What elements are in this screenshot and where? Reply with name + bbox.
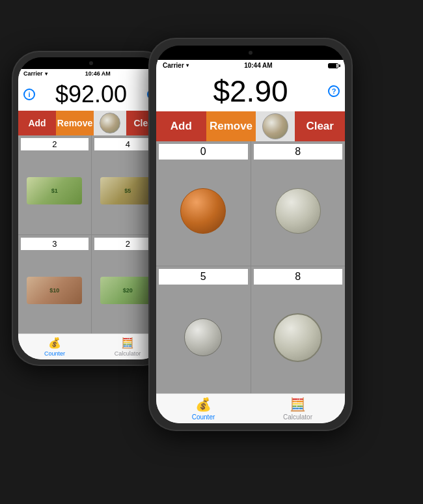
image-0-large xyxy=(159,160,248,263)
phone-small-top xyxy=(18,57,164,69)
tab-counter-small[interactable]: 💰 Counter xyxy=(18,334,91,359)
amount-text-small: $92.00 xyxy=(55,81,127,107)
grid-cell-0-small[interactable]: 2 $1 xyxy=(18,135,91,234)
action-bar-large: Add Remove Clear xyxy=(156,111,345,141)
penny-large xyxy=(180,188,226,234)
quarter-large xyxy=(273,313,322,362)
tab-counter-label-large: Counter xyxy=(192,413,215,421)
battery-large xyxy=(328,63,338,68)
wifi-icon-large: ▾ xyxy=(186,63,189,68)
add-button-large[interactable]: Add xyxy=(156,111,206,141)
bill-10-label-small: $10 xyxy=(49,287,59,294)
coin-selector-large[interactable] xyxy=(256,111,295,141)
count-1-large: 8 xyxy=(254,144,343,160)
counter-icon-large: 💰 xyxy=(195,397,212,412)
image-1-large xyxy=(254,160,343,263)
tab-bar-small: 💰 Counter 🧮 Calculator xyxy=(18,333,164,359)
status-bar-large: Carrier ▾ 10:44 AM xyxy=(156,60,345,71)
info-icon-small[interactable]: i xyxy=(23,89,35,100)
status-left-small: Carrier ▾ xyxy=(23,70,48,77)
count-3-large: 8 xyxy=(254,269,343,285)
clear-button-large[interactable]: Clear xyxy=(295,111,345,141)
calculator-icon-small: 🧮 xyxy=(121,337,134,349)
time-large: 10:44 AM xyxy=(244,62,273,69)
tab-calculator-label-small: Calculator xyxy=(115,350,141,357)
phone-large-top xyxy=(156,46,345,60)
status-left-large: Carrier ▾ xyxy=(163,62,189,69)
tab-counter-label-small: Counter xyxy=(44,350,65,357)
count-2-large: 5 xyxy=(159,269,248,285)
amount-display-large: ? $2.90 xyxy=(156,71,345,111)
bill-5-label-small: $5 xyxy=(124,188,131,194)
count-0-small: 2 xyxy=(21,138,89,150)
remove-button-small[interactable]: Remove xyxy=(56,111,94,135)
carrier-small: Carrier xyxy=(23,70,43,77)
time-small: 10:46 AM xyxy=(85,70,111,77)
status-bar-small: Carrier ▾ 10:46 AM xyxy=(18,69,164,78)
grid-cell-1-large[interactable]: 8 xyxy=(251,141,346,266)
image-0-small: $1 xyxy=(21,150,89,232)
carrier-large: Carrier xyxy=(163,62,184,69)
grid-cell-2-small[interactable]: 3 $10 xyxy=(18,235,91,334)
counter-icon-small: 💰 xyxy=(48,337,61,349)
grid-cell-3-large[interactable]: 8 xyxy=(251,266,346,394)
add-button-small[interactable]: Add xyxy=(18,111,56,135)
tab-bar-large: 💰 Counter 🧮 Calculator xyxy=(156,393,345,423)
count-2-small: 3 xyxy=(21,238,89,250)
help-icon-large[interactable]: ? xyxy=(328,85,340,97)
nickel-large xyxy=(275,188,321,234)
coin-image-small xyxy=(100,113,120,133)
camera-small xyxy=(89,61,93,65)
screen-small: Carrier ▾ 10:46 AM i $92.00 ? Add xyxy=(18,69,164,359)
grid-cell-0-large[interactable]: 0 xyxy=(156,141,251,266)
bill-20-label-small: $20 xyxy=(123,287,133,294)
count-0-large: 0 xyxy=(159,144,248,160)
bill-5-small: $5 xyxy=(100,177,156,204)
bill-20-small: $20 xyxy=(100,277,156,304)
amount-display-small: i $92.00 ? xyxy=(18,78,164,111)
image-3-large xyxy=(254,285,343,391)
coin-image-large xyxy=(262,113,288,139)
dime-large xyxy=(184,318,222,356)
action-bar-small: Add Remove Clear xyxy=(18,111,164,135)
tab-counter-large[interactable]: 💰 Counter xyxy=(156,394,251,423)
tab-calculator-label-large: Calculator xyxy=(283,413,312,421)
image-2-small: $10 xyxy=(21,250,89,331)
screen-large: Carrier ▾ 10:44 AM ? $2.90 Add Remov xyxy=(156,60,345,423)
coin-selector-small[interactable] xyxy=(94,111,126,135)
phone-large: Carrier ▾ 10:44 AM ? $2.90 Add Remov xyxy=(150,39,351,430)
bill-1-label-small: $1 xyxy=(51,188,58,194)
image-2-large xyxy=(159,285,248,391)
tab-calculator-large[interactable]: 🧮 Calculator xyxy=(251,394,345,423)
remove-button-large[interactable]: Remove xyxy=(206,111,256,141)
bill-10-small: $10 xyxy=(27,277,82,304)
camera-large xyxy=(249,51,252,55)
phones-container: Carrier ▾ 10:46 AM i $92.00 ? Add xyxy=(0,0,423,504)
grid-cell-2-large[interactable]: 5 xyxy=(156,266,251,394)
grid-small: 2 $1 4 $5 xyxy=(18,135,164,333)
calculator-icon-large: 🧮 xyxy=(290,397,306,412)
amount-text-large: $2.90 xyxy=(213,74,288,108)
grid-large: 0 8 5 xyxy=(156,141,345,393)
phone-small: Carrier ▾ 10:46 AM i $92.00 ? Add xyxy=(13,52,169,365)
bill-1-small: $1 xyxy=(27,177,82,204)
wifi-icon-small: ▾ xyxy=(45,71,48,77)
